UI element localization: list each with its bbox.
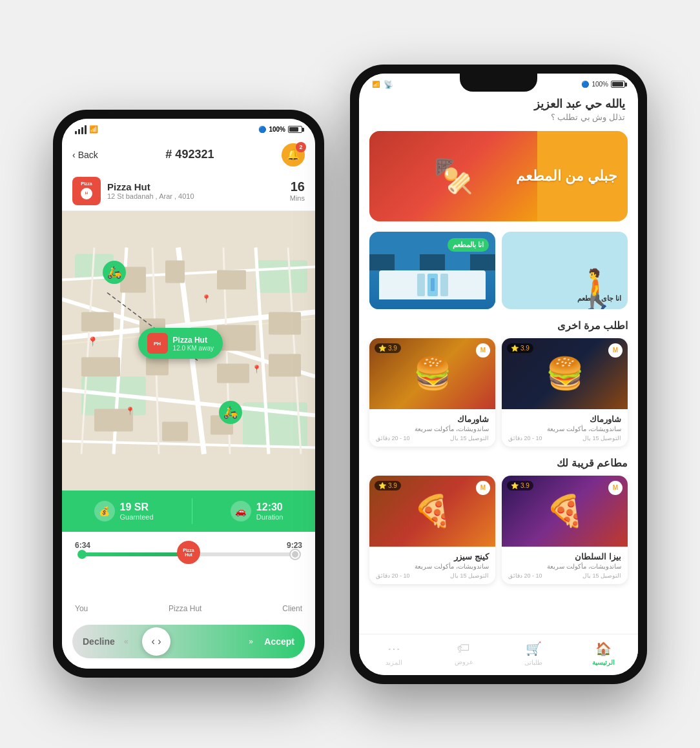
- food-info-2: شاورماك ساندويشات، مأكولت سريعة التوصيل …: [502, 409, 628, 447]
- nav-label-home: الرئيسية: [592, 659, 615, 666]
- signal-bar-1: [75, 131, 77, 134]
- food-meta-2: التوصيل 15 يال 10 - 20 دقائق: [508, 435, 621, 441]
- map-area[interactable]: 🛵 PH Pizza Hut 12.0 KM away 🛵 📍 📍 📍 📍: [62, 211, 315, 490]
- header-left: ‹ Back # 492321 🔔 2: [62, 138, 315, 172]
- nav-item-home[interactable]: 🏠 الرئيسية: [568, 641, 638, 666]
- mcdonalds-badge-2: M: [608, 343, 623, 358]
- signal-icon-right: 📶: [372, 81, 380, 88]
- restaurant-info: Pizza H Pizza Hut 12 St badanah , Arar ,…: [62, 172, 315, 211]
- duration-info: 🚗 12:30 Duration: [231, 501, 283, 521]
- notification-badge: 2: [296, 142, 306, 152]
- food-time-1: 10 - 20 دقائق: [376, 435, 410, 441]
- reorder-section-title: اطلب مرة اخرى: [359, 314, 638, 336]
- nav-item-more[interactable]: ⋯ المزيد: [359, 641, 429, 666]
- progress-labels: You Pizza Hut Client: [75, 604, 302, 613]
- order-number: # 492321: [165, 148, 214, 161]
- progress-area: 6:34 9:23 PizzaHut You Pizza Hut Client: [62, 532, 315, 618]
- progress-track: PizzaHut: [81, 552, 296, 556]
- slider-handle[interactable]: ‹ ›: [142, 627, 170, 656]
- food-name-2: شاورماك: [508, 414, 621, 424]
- restaurant-name: Pizza Hut: [107, 181, 194, 192]
- signal-bar-2: [78, 129, 80, 134]
- food-desc-1: ساندويشات، مأكولت سريعة: [376, 425, 489, 432]
- handle-arrows-icon: ‹ ›: [151, 636, 161, 647]
- price-info: 💰 19 SR Guarnteed: [94, 501, 154, 521]
- slider-track[interactable]: Decline « ‹ › » Accept: [72, 625, 305, 658]
- nav-item-orders[interactable]: 🛒 طلباتى: [499, 641, 568, 666]
- nav-item-offers[interactable]: 🏷 عروض: [429, 641, 499, 666]
- map-marker-4: 📍: [252, 365, 262, 374]
- svg-rect-2: [256, 260, 307, 292]
- greeting-name: يالله حي عبد العزيز: [372, 97, 625, 111]
- rating-val-1: 3.9: [388, 345, 397, 352]
- nearby-delivery-2: التوصيل 15 يال: [582, 572, 621, 579]
- hero-banner[interactable]: 🍢 جبلي من المطعم: [369, 131, 628, 221]
- notification-button[interactable]: 🔔 2: [282, 143, 305, 167]
- progress-fill: [81, 552, 189, 556]
- battery-right: [611, 81, 625, 88]
- food-delivery-1: التوصيل 15 يال: [450, 435, 489, 441]
- battery-pct-right: 100%: [592, 81, 608, 88]
- hero-text: جبلي من المطعم: [516, 168, 617, 185]
- food-card-2[interactable]: 🍔 ⭐ 3.9 M شاورماك ساندويشات، مأكولت سريع…: [502, 338, 628, 447]
- svg-rect-26: [146, 357, 169, 375]
- nearby-card-2[interactable]: 🍕 ⭐ 3.9 M بيزا السلطان ساندويشات، مأكولت…: [502, 476, 628, 584]
- delivery-icon-map: 🛵: [103, 261, 126, 284]
- nearby-card-1[interactable]: 🍕 ⭐ 3.9 M كينج سيزر ساندويشات، مأكولت سر…: [369, 476, 495, 584]
- battery-left: [288, 126, 302, 133]
- nearby-food-cards: 🍕 ⭐ 3.9 M كينج سيزر ساندويشات، مأكولت سر…: [359, 473, 638, 589]
- nearby-badge-1: M: [476, 481, 490, 495]
- right-phone: 📶 📡 🔵 100% يالله حي عبد العزيز تذلل وش ب…: [350, 65, 647, 684]
- battery-fill-right: [612, 82, 623, 86]
- offers-icon: 🏷: [457, 641, 470, 656]
- right-content[interactable]: يالله حي عبد العزيز تذلل وش بي تطلب ؟ 🍢 …: [359, 89, 638, 634]
- restaurant-logo: Pizza H: [72, 177, 101, 205]
- nearby-badge-2: M: [608, 481, 623, 495]
- svg-rect-25: [81, 357, 120, 376]
- map-marker-3: 📍: [125, 407, 135, 416]
- bottom-info-bar: 💰 19 SR Guarnteed 🚗 12:30 Duration: [62, 490, 315, 532]
- map-bubble-name: Pizza Hut: [173, 336, 214, 345]
- back-button[interactable]: ‹ Back: [72, 150, 98, 160]
- svg-rect-21: [81, 312, 114, 331]
- nearby-rating-2: ⭐ 3.9: [507, 481, 533, 490]
- mcdonalds-badge-1: M: [476, 343, 490, 358]
- progress-bar-container: PizzaHut: [75, 552, 302, 585]
- food-name-1: شاورماك: [376, 414, 489, 424]
- left-time: 6:34: [75, 541, 90, 550]
- progress-dot-restaurant: PizzaHut: [177, 541, 200, 564]
- food-rating-1: ⭐ 3.9: [375, 343, 401, 353]
- pizza-hut-label: Pizza Hut: [169, 604, 201, 613]
- signal-bar-3: [81, 127, 83, 134]
- card-coming-to-restaurant[interactable]: انا جاى للمطعم 🚶: [502, 232, 628, 309]
- delivery-icon-map2: 🛵: [219, 401, 242, 424]
- nearby-time-2: 10 - 20 دقائق: [508, 572, 542, 579]
- notch-cutout: [460, 74, 537, 92]
- food-rating-2: ⭐ 3.9: [507, 343, 533, 353]
- food-info-1: شاورماك ساندويشات، مأكولت سريعة التوصيل …: [369, 409, 495, 447]
- arrows-right-icon: »: [249, 637, 253, 646]
- status-bar-left: 📶 🔵 100%: [62, 119, 315, 138]
- restaurant-left: Pizza H Pizza Hut 12 St badanah , Arar ,…: [72, 177, 194, 205]
- right-time: 9:23: [287, 541, 302, 550]
- food-image-1: 🍔 ⭐ 3.9 M: [369, 338, 495, 409]
- nearby-meta-1: التوصيل 15 يال 10 - 20 دقائق: [376, 572, 489, 579]
- signal-bar-4: [85, 125, 87, 134]
- map-bubble-logo: PH: [147, 333, 168, 354]
- food-card-1[interactable]: 🍔 ⭐ 3.9 M شاورماك ساندويشات، مأكولت سريع…: [369, 338, 495, 447]
- nearby-name-2: بيزا السلطان: [508, 552, 621, 561]
- hero-image: 🍢: [369, 131, 537, 221]
- decline-label: Decline: [83, 636, 115, 647]
- price-value: 19 SR: [120, 501, 154, 513]
- nearby-rating-val-1: 3.9: [388, 482, 397, 489]
- map-marker-2: 📍: [201, 294, 211, 303]
- eta-label: Mins: [290, 194, 305, 202]
- food-delivery-2: التوصيل 15 يال: [582, 435, 621, 441]
- card-at-restaurant[interactable]: انا بالمطعم: [369, 232, 495, 309]
- duration-label: Duration: [256, 513, 283, 521]
- greeting-sub: تذلل وش بي تطلب ؟: [372, 112, 625, 122]
- restaurant-mid-logo: PizzaHut: [177, 541, 200, 564]
- chevron-left-icon: ‹: [72, 150, 76, 160]
- nearby-time-1: 10 - 20 دقائق: [376, 572, 410, 579]
- reorder-food-cards: 🍔 ⭐ 3.9 M شاورماك ساندويشات، مأكولت سريع…: [359, 336, 638, 452]
